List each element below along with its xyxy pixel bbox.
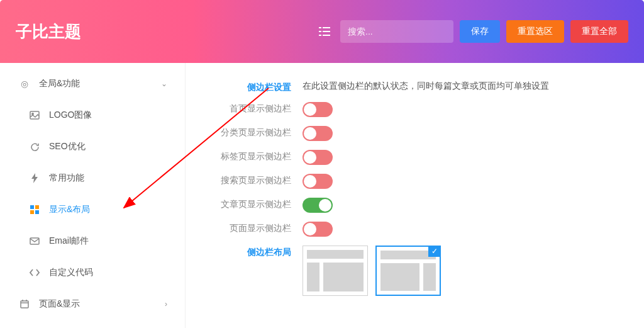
- svg-rect-0: [319, 27, 321, 28]
- refresh-icon: [28, 142, 42, 152]
- layout-option-sidebar-left[interactable]: [303, 246, 368, 296]
- toggle-label: 文章页显示侧边栏: [211, 198, 303, 210]
- target-icon: ◎: [18, 79, 31, 89]
- sidebar-item-email[interactable]: Email邮件: [0, 225, 185, 257]
- toggle-search-sidebar[interactable]: [303, 174, 333, 189]
- app-title: 子比主题: [16, 21, 315, 43]
- layout-icon: [28, 205, 42, 214]
- reset-area-button[interactable]: 重置选区: [506, 20, 564, 43]
- form-row-toggle-page: 页面显示侧边栏: [211, 222, 619, 237]
- sidebar-item-seo[interactable]: SEO优化: [0, 131, 185, 162]
- sidebar-item-label: 全局&功能: [39, 78, 80, 89]
- toggle-article-sidebar[interactable]: [303, 198, 333, 213]
- sidebar-item-global[interactable]: ◎ 全局&功能 ⌄: [0, 68, 185, 99]
- section-title-label: 侧边栏设置: [211, 81, 303, 93]
- section-desc: 在此设置侧边栏的默认状态，同时每篇文章或页面均可单独设置: [303, 81, 619, 92]
- toggle-home-sidebar[interactable]: [303, 102, 333, 117]
- sidebar-item-label: Email邮件: [49, 235, 89, 247]
- check-icon: ✓: [428, 246, 441, 257]
- svg-rect-2: [319, 31, 321, 32]
- content: 侧边栏设置 在此设置侧边栏的默认状态，同时每篇文章或页面均可单独设置 首页显示侧…: [186, 63, 644, 328]
- toggle-category-sidebar[interactable]: [303, 126, 333, 141]
- svg-rect-5: [323, 35, 330, 36]
- toggle-label: 标签页显示侧边栏: [211, 150, 303, 162]
- svg-point-7: [32, 113, 33, 115]
- toggle-label: 分类页显示侧边栏: [211, 126, 303, 139]
- image-icon: [28, 111, 42, 120]
- svg-rect-3: [323, 31, 330, 32]
- sidebar-item-label: 常用功能: [49, 172, 84, 184]
- save-button[interactable]: 保存: [460, 20, 500, 43]
- form-row-section-title: 侧边栏设置 在此设置侧边栏的默认状态，同时每篇文章或页面均可单独设置: [211, 81, 619, 93]
- bolt-icon: [28, 173, 42, 183]
- header: 子比主题 保存 重置选区 重置全部: [0, 0, 644, 63]
- layout-options: ✓: [303, 246, 619, 296]
- svg-rect-8: [30, 205, 34, 209]
- sidebar-item-label: SEO优化: [49, 141, 86, 152]
- chevron-down-icon: ⌄: [161, 79, 167, 88]
- layout-option-sidebar-right[interactable]: ✓: [375, 246, 441, 296]
- calendar-icon: [18, 300, 31, 308]
- chevron-right-icon: ›: [165, 300, 167, 308]
- sidebar-item-logo[interactable]: LOGO图像: [0, 99, 185, 131]
- form-row-toggle-home: 首页显示侧边栏: [211, 102, 619, 117]
- sidebar-item-label: LOGO图像: [49, 110, 92, 121]
- sidebar-item-label: 自定义代码: [49, 267, 93, 278]
- svg-rect-9: [35, 205, 39, 209]
- toggle-label: 搜索页显示侧边栏: [211, 174, 303, 186]
- svg-rect-4: [319, 35, 321, 36]
- header-actions: 保存 重置选区 重置全部: [315, 20, 628, 43]
- svg-rect-13: [21, 301, 28, 308]
- sidebar: ◎ 全局&功能 ⌄ LOGO图像 SEO优化 常用功能 显示&布局 Email邮…: [0, 63, 186, 328]
- sidebar-item-page-display[interactable]: 页面&显示 ›: [0, 288, 185, 320]
- form-row-toggle-tag: 标签页显示侧边栏: [211, 150, 619, 165]
- sidebar-item-label: 页面&显示: [39, 298, 80, 310]
- main: ◎ 全局&功能 ⌄ LOGO图像 SEO优化 常用功能 显示&布局 Email邮…: [0, 63, 644, 328]
- reset-all-button[interactable]: 重置全部: [570, 20, 628, 43]
- toggle-page-sidebar[interactable]: [303, 222, 333, 237]
- toggle-label: 首页显示侧边栏: [211, 102, 303, 115]
- svg-rect-10: [30, 210, 34, 214]
- mail-icon: [28, 237, 42, 245]
- svg-rect-12: [30, 238, 39, 244]
- form-row-toggle-category: 分类页显示侧边栏: [211, 126, 619, 141]
- sidebar-item-custom-code[interactable]: 自定义代码: [0, 257, 185, 288]
- sidebar-item-common[interactable]: 常用功能: [0, 162, 185, 194]
- svg-rect-11: [35, 210, 39, 214]
- list-icon[interactable]: [315, 24, 334, 39]
- layout-title-label: 侧边栏布局: [211, 246, 303, 258]
- form-row-layout: 侧边栏布局 ✓: [211, 246, 619, 296]
- form-row-toggle-article: 文章页显示侧边栏: [211, 198, 619, 213]
- toggle-tag-sidebar[interactable]: [303, 150, 333, 165]
- sidebar-item-display-layout[interactable]: 显示&布局: [0, 194, 185, 225]
- svg-rect-1: [323, 27, 330, 28]
- code-icon: [28, 269, 42, 276]
- toggle-label: 页面显示侧边栏: [211, 222, 303, 234]
- sidebar-item-label: 显示&布局: [49, 204, 90, 215]
- search-input[interactable]: [340, 20, 453, 43]
- form-row-toggle-search: 搜索页显示侧边栏: [211, 174, 619, 189]
